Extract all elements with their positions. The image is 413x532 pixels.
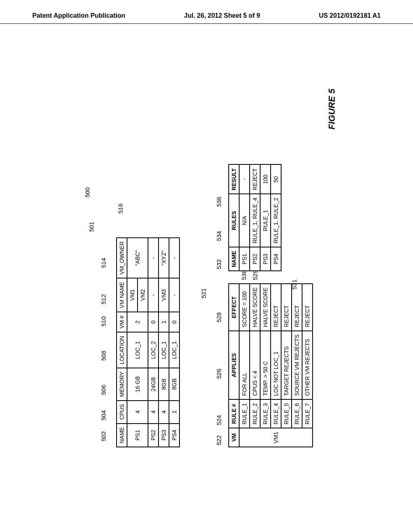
cell: N/A: [239, 194, 250, 247]
cell: -: [148, 278, 159, 312]
cell: RULE_2: [250, 399, 260, 428]
cell: 4: [127, 401, 148, 424]
cell: 8GB: [159, 368, 169, 401]
th-result: RESULT: [229, 164, 239, 194]
cell: LOC_1: [159, 332, 169, 368]
server-table: NAME CPUS MEMORY LOCATION VM # VM NAME V…: [116, 237, 180, 447]
callout-534: 534: [215, 231, 222, 241]
cell: 24GB: [148, 368, 159, 401]
th-rules: RULES: [229, 194, 239, 247]
table-row: PS3 4 8GB LOC_1 1 VM3 "XYZ": [159, 238, 169, 447]
cell: RULE_6: [292, 399, 302, 428]
cell: PS4: [271, 247, 281, 271]
cell: RULE_7: [302, 399, 313, 428]
cell: VM2: [138, 278, 148, 312]
callout-502: 502: [100, 431, 107, 441]
table-row: PS2 4 24GB LOC_2 0 - -: [148, 238, 159, 447]
rules-table: VM RULE # APPLIES EFFECT VM1 RULE_1 FOR …: [228, 283, 313, 447]
th-name: NAME: [229, 247, 239, 271]
callout-538: 538: [240, 270, 247, 280]
cell: CPUS < 4: [250, 331, 260, 399]
cell: PS1: [239, 247, 250, 271]
cell: 0: [148, 312, 159, 332]
cell: HALVE SCORE: [250, 284, 260, 331]
page-header: Patent Application Publication Jul. 26, …: [0, 0, 413, 24]
table-row: VM1 RULE_1 FOR ALL SCORE = 100: [239, 284, 250, 447]
th-cpus: CPUS: [117, 401, 127, 424]
cell: SCORE = 100: [239, 284, 250, 331]
results-table: NAME RULES RESULT PS1 N/A - PS2 RULE_1, …: [228, 164, 282, 271]
header-center: Jul. 26, 2012 Sheet 5 of 9: [184, 12, 260, 19]
callout-500: 500: [84, 187, 91, 197]
cell: REJECT: [292, 284, 302, 331]
cell: RULE_5: [281, 399, 292, 428]
table-row: RULE_3 TEMP. > 50 C HALVE SCORE: [260, 284, 271, 447]
figure-container: 502 504 506 508 510 512 514 501 500 516 …: [100, 85, 313, 447]
callout-529: 529: [252, 270, 259, 280]
th-applies: APPLIES: [229, 331, 239, 399]
callout-506: 506: [100, 385, 107, 395]
callout-522: 522: [215, 435, 222, 445]
table-header-row: NAME CPUS MEMORY LOCATION VM # VM NAME V…: [117, 238, 127, 447]
cell: OTHER VM REJECTS: [302, 331, 313, 399]
cell: SOURCE VM REJECTS: [292, 331, 302, 399]
cell: RULE_4: [271, 399, 281, 428]
cell: -: [169, 278, 179, 312]
cell: LOC_1: [169, 332, 179, 368]
cell: RULE_1: [239, 399, 250, 428]
cell: RULE_3: [260, 399, 271, 428]
table-row: RULE_5 TARGET REJECTS REJECT: [281, 284, 292, 447]
table-row: PS1 4 16 GB LOC_1 2 VM1 "ABC": [127, 238, 138, 447]
cell: 16 GB: [127, 368, 148, 401]
cell: "XYZ": [159, 238, 169, 278]
cell: 50: [271, 164, 281, 194]
cell: PS3: [159, 424, 169, 447]
table-row: RULE_7 OTHER VM REJECTS REJECT: [302, 284, 313, 447]
callout-508: 508: [100, 351, 107, 361]
callout-521: 521: [200, 288, 207, 298]
callout-526: 526: [215, 369, 222, 379]
cell: REJECT: [281, 284, 292, 331]
cell: -: [239, 164, 250, 194]
cell: VM1: [127, 278, 138, 312]
cell: 0: [169, 312, 179, 332]
cell: 1: [159, 312, 169, 332]
th-memory: MEMORY: [117, 368, 127, 401]
cell: RULE_1, RULE_4: [250, 194, 260, 247]
table-row: PS2 RULE_1, RULE_4 REJECT: [250, 164, 260, 271]
table-row: PS3 RULE_1 100: [260, 164, 271, 271]
cell: PS4: [169, 424, 179, 447]
cell: 2: [127, 312, 148, 332]
cell: FOR ALL: [239, 331, 250, 399]
cell: LOC NOT LOC_1: [271, 331, 281, 399]
callout-524: 524: [215, 415, 222, 425]
figure-label: FIGURE 5: [327, 89, 337, 129]
cell: PS2: [148, 424, 159, 447]
cell: 4: [148, 401, 159, 424]
cell: REJECT: [250, 164, 260, 194]
table-row: PS4 RULE_1, RULE_2 50: [271, 164, 281, 271]
cell: PS3: [260, 247, 271, 271]
callout-501: 501: [88, 222, 95, 232]
header-right: US 2012/0192181 A1: [319, 12, 381, 19]
cell: 4: [159, 401, 169, 424]
table-row: RULE_4 LOC NOT LOC_1 REJECT: [271, 284, 281, 447]
th-vmname: VM NAME: [117, 278, 127, 312]
callout-516: 516: [117, 204, 124, 214]
callout-532: 532: [215, 259, 222, 269]
header-left: Patent Application Publication: [32, 12, 125, 19]
cell: REJECT: [302, 284, 313, 331]
cell: -: [148, 238, 159, 278]
callout-531: 531: [291, 279, 298, 289]
th-location: LOCATION: [117, 332, 127, 368]
th-name: NAME: [117, 424, 127, 447]
th-owner: VM_OWNER: [117, 238, 127, 278]
table-header-row: NAME RULES RESULT: [229, 164, 239, 271]
callout-536: 536: [215, 197, 222, 207]
cell: LOC_1: [127, 332, 148, 368]
th-rule: RULE #: [229, 399, 239, 428]
cell: 100: [260, 164, 271, 194]
cell: RULE_1, RULE_2: [271, 194, 281, 247]
cell: PS2: [250, 247, 260, 271]
callout-504: 504: [100, 410, 107, 420]
